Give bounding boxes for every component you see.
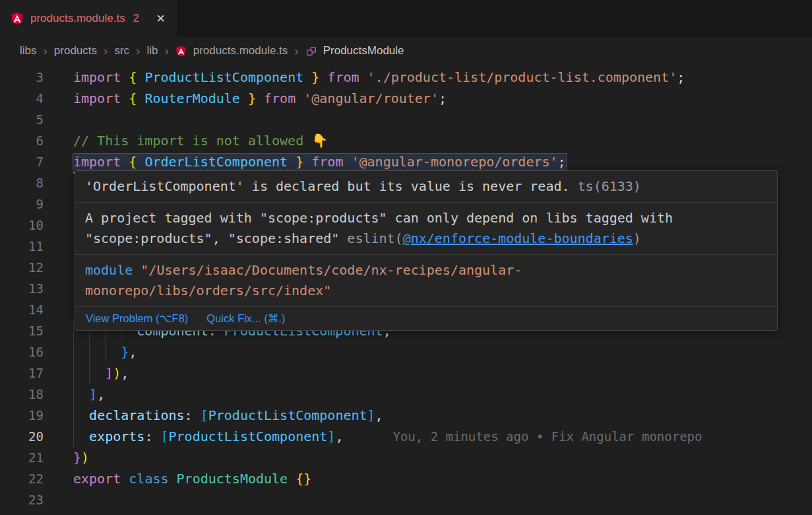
eslint-rule-link[interactable]: @nx/enforce-module-boundaries bbox=[403, 230, 633, 246]
line-number-9[interactable]: 9 bbox=[0, 193, 44, 215]
code-token: : bbox=[144, 429, 160, 444]
code-line-19[interactable]: 19 declarations: [ProductListComponent], bbox=[0, 405, 812, 426]
chevron-right-icon: › bbox=[44, 44, 47, 58]
code-text: }) bbox=[73, 450, 89, 465]
code-token: '@angular-monorepo/orders' bbox=[352, 154, 558, 170]
line-number-4[interactable]: 4 bbox=[0, 88, 44, 109]
hover-ts-message: 'OrderListComponent' is declared but its… bbox=[85, 178, 570, 194]
line-number-19[interactable]: 19 bbox=[0, 405, 44, 426]
tab-products-module[interactable]: products.module.ts 2 ✕ bbox=[0, 0, 178, 37]
code-line-22[interactable]: 22export class ProductsModule {} bbox=[0, 468, 812, 489]
hover-eslint-source: eslint(@nx/enforce-module-boundaries) bbox=[347, 230, 641, 246]
code-line-6[interactable]: 6// This import is not allowed 👇 bbox=[0, 130, 812, 151]
code-token bbox=[288, 154, 296, 170]
breadcrumb-item-src[interactable]: src bbox=[114, 44, 129, 57]
code-text: exports: [ProductListComponent],You, 2 m… bbox=[73, 429, 702, 444]
line-number-20[interactable]: 20 bbox=[0, 426, 44, 447]
hover-actions: View Problem (⌥F8) Quick Fix... (⌘.) bbox=[75, 307, 777, 330]
code-line-16[interactable]: 16 }, bbox=[0, 341, 812, 362]
line-number-7[interactable]: 7 bbox=[0, 151, 44, 172]
code-token bbox=[121, 471, 129, 487]
code-token: ; bbox=[677, 69, 685, 85]
breadcrumb-item-libs[interactable]: libs bbox=[20, 44, 37, 57]
error-underline-highlight: import { OrderListComponent } from '@ang… bbox=[73, 154, 566, 170]
code-token: , bbox=[375, 407, 383, 423]
code-token: ; bbox=[439, 90, 447, 106]
code-token: ProductListComponent bbox=[208, 407, 367, 423]
line-number-22[interactable]: 22 bbox=[0, 468, 44, 489]
code-token: : bbox=[185, 407, 201, 423]
code-token: import bbox=[73, 69, 121, 85]
code-token bbox=[288, 471, 296, 487]
line-number-8[interactable]: 8 bbox=[0, 172, 44, 193]
breadcrumb: libs › products › src › lib › products.m… bbox=[0, 37, 812, 65]
line-number-21[interactable]: 21 bbox=[0, 447, 44, 468]
line-number-18[interactable]: 18 bbox=[0, 384, 44, 405]
code-token bbox=[319, 69, 327, 85]
code-token: ) bbox=[113, 365, 121, 381]
code-token: class bbox=[129, 471, 168, 487]
line-number-14[interactable]: 14 bbox=[0, 299, 44, 320]
code-token: export bbox=[73, 471, 121, 487]
chevron-right-icon: › bbox=[136, 44, 140, 58]
vscode-window: products.module.ts 2 ✕ libs › products ›… bbox=[0, 0, 812, 515]
hover-ts-diagnostic: 'OrderListComponent' is declared but its… bbox=[75, 171, 777, 203]
code-token: { bbox=[129, 90, 137, 106]
code-line-18[interactable]: 18 ], bbox=[0, 384, 812, 405]
code-text: import { ProductListComponent } from './… bbox=[73, 69, 685, 85]
code-line-21[interactable]: 21}) bbox=[0, 447, 812, 468]
code-line-4[interactable]: 4import { RouterModule } from '@angular/… bbox=[0, 88, 812, 109]
breadcrumb-item-lib[interactable]: lib bbox=[146, 44, 158, 57]
code-token: // This import is not allowed bbox=[73, 133, 311, 149]
line-number-5[interactable]: 5 bbox=[0, 109, 44, 130]
code-token bbox=[296, 90, 303, 106]
breadcrumb-item-file[interactable]: products.module.ts bbox=[193, 44, 288, 57]
code-line-3[interactable]: 3import { ProductListComponent } from '.… bbox=[0, 67, 812, 88]
code-token bbox=[137, 154, 144, 170]
code-token: ProductListComponent bbox=[144, 69, 303, 85]
code-text: ]), bbox=[73, 365, 129, 381]
code-text: }, bbox=[73, 344, 137, 360]
code-token: from bbox=[264, 90, 296, 106]
class-symbol-icon bbox=[305, 46, 317, 57]
hover-eslint-diagnostic: A project tagged with "scope:products" c… bbox=[75, 203, 777, 255]
code-token: { bbox=[129, 69, 137, 85]
code-line-20[interactable]: 20 exports: [ProductListComponent],You, … bbox=[0, 426, 812, 447]
code-token bbox=[137, 90, 144, 106]
line-number-10[interactable]: 10 bbox=[0, 215, 44, 236]
code-token bbox=[303, 69, 311, 85]
hover-ts-code: ts(6133) bbox=[578, 178, 641, 194]
code-token: '@angular/router' bbox=[303, 90, 439, 106]
breadcrumb-item-symbol[interactable]: ProductsModule bbox=[323, 44, 404, 57]
code-token bbox=[137, 69, 144, 85]
line-number-6[interactable]: 6 bbox=[0, 130, 44, 151]
angular-file-icon bbox=[175, 46, 187, 57]
git-blame-annotation: You, 2 minutes ago • Fix Angular monorep… bbox=[392, 429, 702, 444]
code-text: declarations: [ProductListComponent], bbox=[73, 407, 383, 423]
line-number-23[interactable]: 23 bbox=[0, 489, 44, 510]
tab-close-icon[interactable]: ✕ bbox=[156, 12, 166, 26]
breadcrumb-item-products[interactable]: products bbox=[54, 44, 97, 57]
line-number-15[interactable]: 15 bbox=[0, 320, 44, 341]
line-number-17[interactable]: 17 bbox=[0, 362, 44, 384]
line-number-3[interactable]: 3 bbox=[0, 67, 44, 88]
code-line-23[interactable]: 23 bbox=[0, 489, 812, 510]
code-token bbox=[169, 471, 177, 487]
code-line-17[interactable]: 17 ]), bbox=[0, 362, 812, 384]
quick-fix-button[interactable]: Quick Fix... (⌘.) bbox=[206, 312, 285, 325]
code-token bbox=[256, 90, 264, 106]
code-line-5[interactable]: 5 bbox=[0, 109, 812, 130]
line-number-13[interactable]: 13 bbox=[0, 278, 44, 299]
code-token: ] bbox=[105, 365, 113, 381]
line-number-16[interactable]: 16 bbox=[0, 341, 44, 362]
code-text: import { OrderListComponent } from '@ang… bbox=[73, 154, 566, 170]
code-token: ] bbox=[367, 407, 375, 423]
code-token: 👇 bbox=[311, 133, 328, 149]
code-token: } bbox=[121, 344, 129, 360]
line-number-12[interactable]: 12 bbox=[0, 257, 44, 278]
code-token: } bbox=[248, 90, 256, 106]
indent-guide bbox=[73, 362, 105, 384]
line-number-11[interactable]: 11 bbox=[0, 236, 44, 257]
view-problem-button[interactable]: View Problem (⌥F8) bbox=[86, 312, 188, 325]
code-line-7[interactable]: 7import { OrderListComponent } from '@an… bbox=[0, 151, 812, 172]
